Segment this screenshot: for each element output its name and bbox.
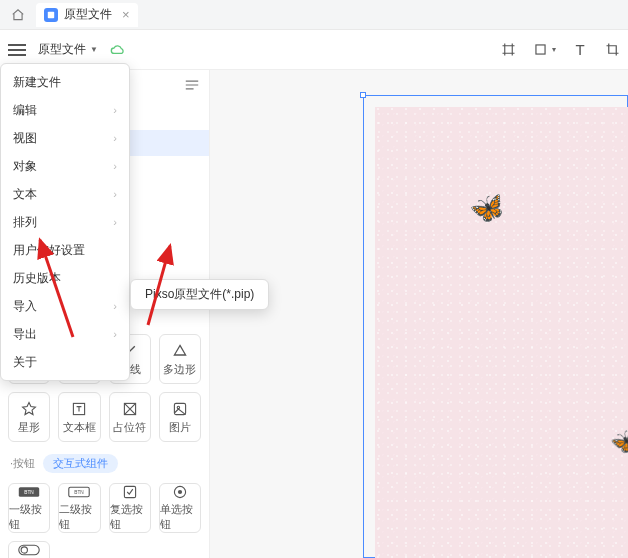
- svg-rect-12: [124, 486, 135, 497]
- menu-item-label: 编辑: [13, 102, 37, 119]
- svg-text:BTN: BTN: [24, 490, 34, 495]
- chevron-right-icon: ›: [113, 300, 117, 312]
- menu-item-10[interactable]: 关于: [1, 348, 129, 376]
- document-tab[interactable]: 原型文件 ×: [36, 3, 138, 27]
- sync-status-icon[interactable]: [110, 44, 126, 56]
- chevron-right-icon: ›: [113, 216, 117, 228]
- crop-tool[interactable]: [604, 42, 620, 58]
- chip-row: ·按钮 交互式组件: [8, 450, 201, 483]
- tool-textbox[interactable]: 文本框: [58, 392, 100, 442]
- tool-image[interactable]: 图片: [159, 392, 201, 442]
- shape-tool[interactable]: [532, 42, 548, 58]
- titlebar: 原型文件 ×: [0, 0, 628, 30]
- home-button[interactable]: [4, 3, 32, 27]
- chip-button[interactable]: ·按钮: [10, 456, 35, 471]
- menu-item-label: 视图: [13, 130, 37, 147]
- svg-rect-0: [48, 11, 54, 17]
- chevron-right-icon: ›: [113, 104, 117, 116]
- menu-item-0[interactable]: 新建文件: [1, 68, 129, 96]
- svg-rect-15: [19, 545, 39, 554]
- text-tool[interactable]: T: [572, 42, 588, 58]
- image-layer[interactable]: 🦋 🦋: [375, 107, 628, 558]
- tool-secondary-button[interactable]: BTN 二级按钮: [58, 483, 100, 533]
- file-dropdown[interactable]: 原型文件 ▼: [34, 39, 102, 60]
- annotation-arrow: [28, 232, 88, 342]
- chevron-right-icon: ›: [113, 132, 117, 144]
- menu-item-label: 文本: [13, 186, 37, 203]
- svg-point-16: [21, 547, 27, 553]
- canvas[interactable]: 🦋 🦋: [210, 70, 628, 558]
- document-icon: [44, 8, 58, 22]
- chevron-right-icon: ›: [113, 160, 117, 172]
- tool-star[interactable]: 星形: [8, 392, 50, 442]
- menu-item-label: 对象: [13, 158, 37, 175]
- close-icon[interactable]: ×: [122, 7, 130, 22]
- menu-item-4[interactable]: 文本›: [1, 180, 129, 208]
- chip-interactive[interactable]: 交互式组件: [43, 454, 118, 473]
- menu-button[interactable]: [8, 44, 26, 56]
- chevron-right-icon: ›: [113, 188, 117, 200]
- chevron-down-icon[interactable]: ▾: [552, 45, 556, 54]
- menu-item-label: 新建文件: [13, 74, 61, 91]
- texture: [375, 107, 628, 558]
- svg-text:BTN: BTN: [75, 490, 85, 495]
- file-label: 原型文件: [38, 41, 86, 58]
- tool-checkbox[interactable]: 复选按钮: [109, 483, 151, 533]
- tool-polygon[interactable]: 多边形: [159, 334, 201, 384]
- menu-item-3[interactable]: 对象›: [1, 152, 129, 180]
- annotation-arrow: [140, 240, 190, 330]
- menu-item-1[interactable]: 编辑›: [1, 96, 129, 124]
- tool-switch[interactable]: 开关按钮: [8, 541, 50, 558]
- tool-primary-button[interactable]: BTN 一级按钮: [8, 483, 50, 533]
- chevron-right-icon: ›: [113, 328, 117, 340]
- menu-item-label: 关于: [13, 354, 37, 371]
- chevron-down-icon: ▼: [90, 45, 98, 54]
- tool-placeholder[interactable]: 占位符: [109, 392, 151, 442]
- menu-item-2[interactable]: 视图›: [1, 124, 129, 152]
- svg-rect-1: [535, 45, 544, 54]
- frame-tool[interactable]: [500, 42, 516, 58]
- svg-point-14: [178, 490, 182, 494]
- resize-handle-tl[interactable]: [360, 92, 366, 98]
- menu-item-label: 排列: [13, 214, 37, 231]
- tab-title: 原型文件: [64, 6, 112, 23]
- tool-radio[interactable]: 单选按钮: [159, 483, 201, 533]
- svg-point-7: [177, 406, 179, 408]
